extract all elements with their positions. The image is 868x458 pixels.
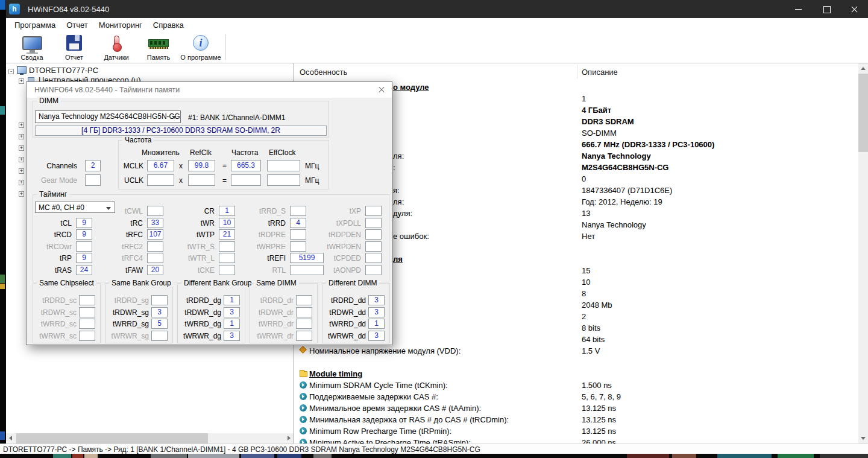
tree-expand-box[interactable]: +: [19, 145, 24, 151]
timing-field-tWRWR_dg[interactable]: 3: [224, 331, 240, 341]
timing-field-tRC[interactable]: 33: [147, 218, 163, 228]
timing-field-tRP[interactable]: 9: [76, 253, 92, 263]
freq-clock-field-MCLK[interactable]: 665.3: [231, 160, 261, 171]
freq-effclock-field-MCLK[interactable]: [267, 160, 300, 171]
details-row[interactable]: Minimum SDRAM Cycle Time (tCKmin):1.500 …: [294, 380, 858, 392]
tree-expand-box[interactable]: +: [19, 78, 24, 84]
toolbar-icon-wrap: [137, 33, 180, 52]
menu-item-Справка[interactable]: Справка: [148, 21, 189, 30]
description-value: 26.000 ns: [582, 438, 616, 444]
timing-field-tWTP[interactable]: 21: [219, 229, 235, 240]
scrollbar-thumb[interactable]: [16, 433, 208, 444]
toolbar-button-О программе[interactable]: О программе: [180, 31, 222, 63]
freq-clock-field-UCLK[interactable]: [231, 174, 261, 186]
tree-expand-box[interactable]: +: [19, 191, 24, 197]
timing-label-CR: CR: [172, 207, 215, 215]
memory-timings-dialog: HWiNFO64 v8.02-5440 - Тайминги памяти DI…: [26, 81, 392, 345]
details-row[interactable]: Minimum Active to Precharge Time (tRASmi…: [294, 437, 858, 444]
timing-field-tWRPRE: [290, 241, 306, 252]
details-row[interactable]: Минимальная задержка от RAS # до CAS # (…: [294, 415, 858, 426]
toolbar-button-Память[interactable]: Память: [137, 31, 180, 63]
toolbar-button-Датчики[interactable]: Датчики: [95, 31, 137, 63]
freq-header-Частота: Частота: [231, 148, 258, 157]
timing-field-tRRD[interactable]: 4: [290, 218, 306, 228]
tree-expand-box[interactable]: +: [19, 180, 24, 185]
timing-field-tCL[interactable]: 9: [76, 218, 92, 228]
menu-bar: ПрограммаОтчетМониторингСправка: [6, 18, 868, 31]
scroll-left-button[interactable]: [6, 433, 16, 444]
timing-label-tRCD: tRCD: [30, 231, 72, 239]
toolbar-icon-wrap: [11, 33, 53, 52]
timing-label-tWRWR_sg: tWRWR_sg: [107, 332, 149, 340]
timing-field-tWRWR_sg: [151, 331, 168, 341]
freq-effclock-field-UCLK[interactable]: [267, 174, 300, 186]
menu-item-Программа[interactable]: Программа: [9, 21, 61, 30]
channels-field[interactable]: 2: [85, 160, 101, 171]
description-value: 15: [582, 266, 590, 275]
group-different-dimm: Different DIMMtRDRD_dd3tRDWR_dd3tWRRD_dd…: [322, 283, 390, 343]
tree-expand-box[interactable]: +: [19, 134, 24, 139]
freq-mult-field-MCLK[interactable]: 6.67: [147, 160, 174, 171]
timing-field-tRFC4: [147, 253, 163, 263]
freq-mult-field-UCLK[interactable]: [147, 174, 174, 186]
tree-collapse-box[interactable]: -: [8, 69, 14, 74]
details-row[interactable]: Minimum Row Precharge Time (tRPmin):13.1…: [294, 426, 858, 437]
timing-label-tWRPDEN: tWRPDEN: [319, 243, 361, 251]
details-row[interactable]: Номинальное напряжение модуля (VDD):1.5 …: [294, 346, 858, 357]
timing-field-tRDRD_dd[interactable]: 3: [368, 295, 385, 305]
group-title: Same Chipselect: [37, 279, 96, 287]
freq-header-EffClock: EffClock: [269, 148, 295, 157]
freq-refclk-field-UCLK[interactable]: [188, 174, 215, 186]
details-row[interactable]: Поддерживаемые задержки CAS #:5, 6, 7, 8…: [294, 392, 858, 403]
timing-field-tRFC[interactable]: 107: [147, 229, 163, 240]
menu-item-Отчет[interactable]: Отчет: [61, 21, 93, 30]
timing-field-tWRRD_dd[interactable]: 1: [368, 319, 385, 329]
scroll-up-button[interactable]: [858, 63, 868, 74]
dot-icon: [300, 393, 307, 400]
timing-field-tFAW[interactable]: 20: [147, 265, 163, 275]
group-different-bank-group: Different Bank GrouptRDRD_dg1tRDWR_dg3tW…: [177, 283, 245, 343]
timing-field-tRDRD_dg[interactable]: 1: [224, 295, 240, 305]
timing-field-tRDWR_sg[interactable]: 3: [151, 307, 168, 317]
tree-root-node[interactable]: DTORETTO777-PC: [29, 66, 98, 75]
timing-label-tRFC2: tRFC2: [101, 243, 143, 251]
tree-expand-box[interactable]: +: [19, 157, 24, 162]
dimm-select[interactable]: Nanya Technology M2S4G64CB8HG5N-CG: [35, 110, 181, 123]
minimize-button[interactable]: [785, 0, 813, 18]
toolbar-button-Сводка[interactable]: Сводка: [11, 31, 53, 63]
timing-field-tRAS[interactable]: 24: [76, 265, 92, 275]
timing-field-tRDWR_dg[interactable]: 3: [224, 307, 240, 317]
ram-icon: [148, 39, 169, 47]
feature-label: ля: [393, 255, 403, 264]
dialog-titlebar[interactable]: HWiNFO64 v8.02-5440 - Тайминги памяти: [27, 82, 392, 98]
description-value: 1847336407 (D71D1C6E): [582, 186, 672, 195]
timing-field-tWRRD_sg[interactable]: 5: [151, 319, 168, 329]
scroll-right-button[interactable]: [284, 433, 294, 444]
timing-field-tWRWR_dd[interactable]: 3: [368, 331, 385, 341]
description-value: Nanya Technology: [582, 220, 646, 229]
dialog-close-icon[interactable]: [376, 84, 387, 95]
tree-expand-box[interactable]: +: [19, 122, 24, 128]
timing-field-tWRRD_dg[interactable]: 1: [224, 319, 240, 329]
timing-field-tRCDwr: [76, 241, 92, 252]
scrollbar-thumb[interactable]: [858, 74, 868, 152]
timing-field-tRDWR_dd[interactable]: 3: [368, 307, 385, 317]
toolbar-button-Отчет[interactable]: Отчет: [53, 31, 95, 63]
dimm-slot-label: #1: BANK 1/ChannelA-DIMM1: [188, 113, 285, 122]
toolbar-button-label: Датчики: [95, 54, 137, 61]
freq-header-RefClk: RefClk: [190, 148, 212, 157]
timing-field-CR[interactable]: 1: [219, 206, 235, 216]
menu-item-Мониторинг[interactable]: Мониторинг: [93, 21, 148, 30]
channels-label: Channels: [39, 162, 77, 170]
maximize-button[interactable]: [813, 0, 840, 18]
timing-field-tRCD[interactable]: 9: [76, 229, 92, 240]
details-row[interactable]: Минимальное время задержки CAS # (tAAmin…: [294, 403, 858, 415]
window-titlebar[interactable]: HWiNFO64 v8.02-5440: [6, 0, 868, 18]
details-row[interactable]: Module timing: [294, 369, 858, 380]
timing-label-tWTP: tWTP: [172, 231, 215, 239]
close-button[interactable]: [840, 0, 868, 18]
tree-expand-box[interactable]: +: [19, 168, 24, 174]
scroll-down-button[interactable]: [858, 433, 868, 444]
freq-refclk-field-MCLK[interactable]: 99.8: [188, 160, 215, 171]
timing-field-tWR[interactable]: 10: [219, 218, 235, 228]
